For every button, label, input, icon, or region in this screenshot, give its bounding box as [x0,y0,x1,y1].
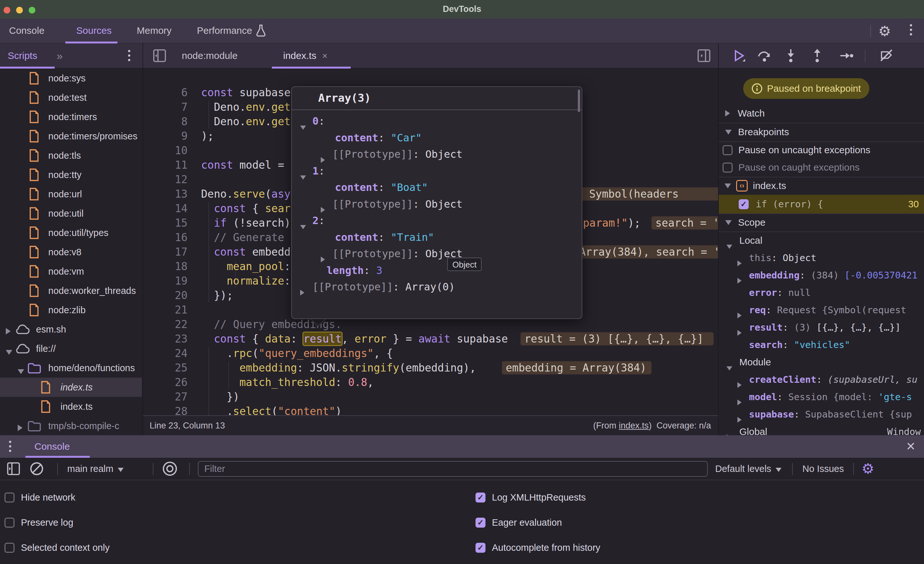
line-number[interactable]: 9 [142,129,188,143]
scope-property[interactable]: model: Session {model: 'gte-s [719,388,924,406]
code-line-21[interactable]: 21 [142,302,201,317]
popup-scrollbar[interactable] [578,89,580,112]
code-line-25[interactable]: 25 embedding: JSON.stringify(embedding), [142,361,476,375]
breakpoint-entry[interactable]: ✓if (error) {30 [719,195,924,214]
checkbox-pause-on-caught-exceptions[interactable]: Pause on caught exceptions [719,159,924,176]
tree-item-index.ts[interactable]: index.ts [0,397,142,416]
editor-tab-index.ts[interactable]: index.ts× [283,44,327,68]
code-line-28[interactable]: 28 .select("content") [142,404,342,415]
breakpoints-section-header[interactable]: Breakpoints [719,123,924,141]
line-number[interactable]: 10 [142,143,188,158]
code-line-10[interactable]: 10 [142,143,201,158]
popup-property-row[interactable]: content: "Train" [292,229,582,246]
tree-item-node:util[interactable]: node:util [0,204,142,223]
scope-property[interactable]: supabase: SupabaseClient {sup [719,406,924,423]
scope-group-global[interactable]: GlobalWindow [719,423,924,435]
line-number[interactable]: 15 [142,216,188,230]
line-number[interactable]: 28 [142,404,188,415]
editor-tab-node:module[interactable]: node:module [182,44,237,68]
checkbox-pause-on-uncaught-exceptions[interactable]: Pause on uncaught exceptions [719,141,924,159]
tree-item-node:url[interactable]: node:url [0,185,142,204]
step-button[interactable] [838,47,856,65]
line-number[interactable]: 7 [142,100,188,114]
tree-item-node:tls[interactable]: node:tls [0,146,142,165]
line-number[interactable]: 18 [142,259,188,274]
code-line-8[interactable]: 8 Deno.env.get( [142,114,297,129]
code-line-9[interactable]: 9); [142,129,214,143]
line-number[interactable]: 11 [142,158,188,172]
step-into-button[interactable] [782,47,800,65]
console-filter-input[interactable] [198,461,708,477]
tab-console-drawer[interactable]: Console [34,435,70,458]
step-out-button[interactable] [808,47,826,65]
more-tabs-icon[interactable]: » [57,44,61,68]
console-setting-autocomplete-from-history[interactable]: ✓Autocomplete from history [476,541,600,554]
line-number[interactable]: 13 [142,187,188,201]
popup-property-row[interactable]: content: "Car" [292,129,582,146]
deactivate-breakpoints-icon[interactable] [878,47,896,65]
watch-section-header[interactable]: Watch [719,104,924,123]
more-options-icon[interactable] [910,24,912,35]
popup-property-row[interactable]: [[Prototype]]: Object [292,196,582,212]
tree-item-node:vm[interactable]: node:vm [0,262,142,281]
code-line-12[interactable]: 12 [142,172,201,187]
popup-property-row[interactable]: [[Prototype]]: Object [292,146,582,162]
navigator-menu-icon[interactable] [128,50,130,61]
source-map-link[interactable]: index.ts [619,421,649,430]
code-line-15[interactable]: 15 if (!search) [142,216,291,230]
tab-sources[interactable]: Sources [76,18,112,43]
line-number[interactable]: 8 [142,114,188,129]
line-number[interactable]: 27 [142,390,188,404]
line-number[interactable]: 24 [142,346,188,361]
console-setting-selected-context-only[interactable]: Selected context only [4,541,110,554]
step-over-button[interactable] [755,47,773,65]
tree-item-node:util/types[interactable]: node:util/types [0,223,142,242]
console-sidebar-icon[interactable] [4,460,22,478]
code-line-26[interactable]: 26 match_threshold: 0.8, [142,375,374,390]
tab-memory[interactable]: Memory [137,18,171,43]
tree-item-node:tty[interactable]: node:tty [0,165,142,185]
line-number[interactable]: 25 [142,361,188,375]
scope-property[interactable]: error: null [719,284,924,301]
issues-counter[interactable]: No Issues [802,458,844,480]
line-number[interactable]: 26 [142,375,188,390]
breakpoint-file-group[interactable]: ‹›index.ts [719,177,924,195]
console-setting-log-xmlhttprequests[interactable]: ✓Log XMLHttpRequests [476,491,586,504]
popup-property-row[interactable]: content: "Boat" [292,179,582,196]
console-setting-hide-network[interactable]: Hide network [4,491,75,504]
line-number[interactable]: 12 [142,172,188,187]
line-number[interactable]: 20 [142,288,188,302]
tree-item-node:worker_threads[interactable]: node:worker_threads [0,281,142,300]
console-setting-preserve-log[interactable]: Preserve log [4,516,74,529]
tree-item-esm.sh[interactable]: esm.sh [0,320,142,339]
log-levels-selector[interactable]: Default levels [715,458,782,480]
tree-item-node:sys[interactable]: node:sys [0,69,142,88]
code-line-6[interactable]: 6const supabase = [142,85,310,100]
resume-script-button[interactable] [730,47,748,65]
scope-section-header[interactable]: Scope [719,214,924,232]
tab-console[interactable]: Console [9,18,44,43]
clear-console-icon[interactable] [28,460,46,478]
line-number[interactable]: 22 [142,317,188,332]
code-line-24[interactable]: 24 .rpc("query_embeddings", { [142,346,393,361]
popup-property-row[interactable]: [[Prototype]]: Object [292,245,582,262]
scope-property[interactable]: req: Request {Symbol(request [719,301,924,319]
tree-item-index.ts[interactable]: index.ts [0,378,142,397]
scope-property[interactable]: result: (3) [{…}, {…}, {…}] [719,319,924,336]
drawer-menu-icon[interactable] [9,441,11,452]
tree-item-node:test[interactable]: node:test [0,88,142,107]
popup-property-row[interactable]: [[Prototype]]: Array(0) [292,278,582,295]
line-number[interactable]: 14 [142,201,188,216]
hide-navigator-icon[interactable] [151,47,169,65]
scope-group-local[interactable]: Local [719,232,924,249]
line-number[interactable]: 16 [142,230,188,245]
popup-property-row[interactable]: 2: [292,212,582,229]
code-line-20[interactable]: 20 }); [142,288,233,302]
close-tab-icon[interactable]: × [322,51,327,61]
tree-item-node:v8[interactable]: node:v8 [0,242,142,262]
code-line-7[interactable]: 7 Deno.env.get( [142,100,297,114]
tree-item-home/deno/functions[interactable]: home/deno/functions [0,358,142,378]
line-number[interactable]: 17 [142,245,188,259]
scope-property[interactable]: this: Object [719,249,924,266]
line-number[interactable]: 23 [142,332,188,346]
